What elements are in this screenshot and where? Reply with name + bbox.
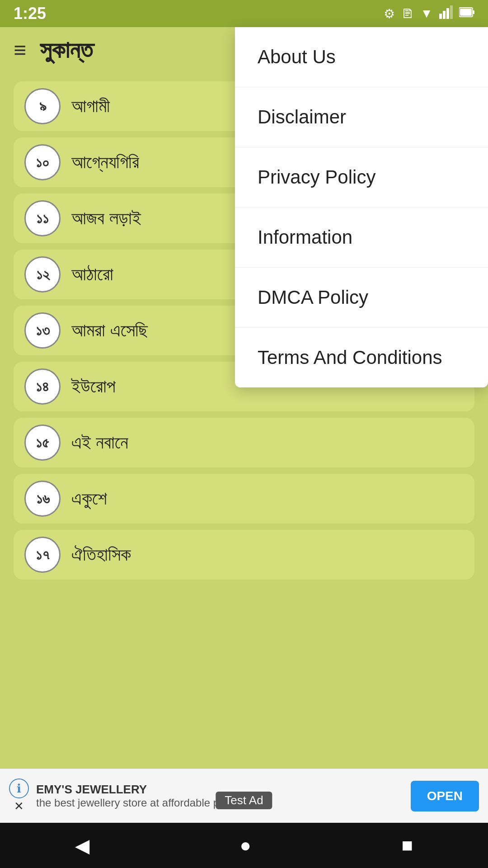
menu-item-disclaimer[interactable]: Disclaimer — [235, 87, 488, 147]
clipboard-icon: 🖹 — [401, 6, 414, 21]
wifi-icon: ▼ — [420, 6, 433, 21]
ad-banner: ℹ ✕ EMY'S JEWELLERY the best jewellery s… — [0, 769, 488, 823]
list-item[interactable]: ১৭ ঐতিহাসিক — [14, 530, 474, 580]
item-badge-14: ১৪ — [24, 368, 61, 405]
item-label-12: আঠারো — [71, 264, 113, 285]
item-label-9: আগামী — [71, 96, 110, 117]
status-bar: 1:25 ⚙ 🖹 ▼ — [0, 0, 488, 27]
svg-rect-2 — [446, 8, 449, 19]
ad-close-icon[interactable]: ✕ — [14, 799, 24, 813]
svg-rect-1 — [443, 11, 446, 19]
status-time: 1:25 — [14, 4, 46, 23]
item-badge-17: ১৭ — [24, 537, 61, 573]
home-button[interactable]: ● — [240, 835, 251, 856]
menu-item-information[interactable]: Information — [235, 208, 488, 268]
svg-rect-6 — [460, 9, 472, 16]
navigation-bar: ◀ ● ■ — [0, 823, 488, 868]
item-badge-9: ৯ — [24, 88, 61, 124]
svg-rect-0 — [439, 14, 442, 19]
recent-button[interactable]: ■ — [401, 835, 413, 856]
settings-icon: ⚙ — [384, 6, 395, 21]
list-item[interactable]: ১৬ একুশে — [14, 474, 474, 524]
item-badge-13: ১৩ — [24, 312, 61, 349]
item-label-17: ঐতিহাসিক — [71, 544, 131, 565]
svg-rect-3 — [450, 5, 453, 19]
battery-icon — [459, 6, 474, 21]
back-button[interactable]: ◀ — [75, 835, 89, 857]
menu-item-about-us[interactable]: About Us — [235, 27, 488, 87]
item-label-13: আমরা এসেছি — [71, 320, 148, 341]
status-icons: ⚙ 🖹 ▼ — [384, 5, 474, 22]
hamburger-menu-icon[interactable]: ≡ — [14, 38, 26, 62]
item-label-15: এই নবানে — [71, 432, 128, 453]
app-title: সুকান্ত — [40, 36, 93, 64]
item-badge-12: ১২ — [24, 256, 61, 292]
item-badge-10: ১০ — [24, 144, 61, 180]
item-label-10: আগ্নেযগিরি — [71, 152, 139, 173]
ad-info-icon: ℹ — [9, 778, 29, 798]
menu-item-terms-conditions[interactable]: Terms And Conditions — [235, 328, 488, 387]
menu-item-privacy-policy[interactable]: Privacy Policy — [235, 147, 488, 208]
ad-open-button[interactable]: OPEN — [411, 781, 479, 811]
menu-item-dmca-policy[interactable]: DMCA Policy — [235, 268, 488, 328]
item-label-11: আজব লড়াই — [71, 208, 141, 229]
svg-rect-5 — [473, 10, 474, 14]
item-label-14: ইউরোপ — [71, 376, 116, 397]
item-badge-16: ১৬ — [24, 481, 61, 517]
signal-icon — [439, 5, 453, 22]
list-item[interactable]: ১৫ এই নবানে — [14, 418, 474, 467]
item-badge-11: ১১ — [24, 200, 61, 236]
item-badge-15: ১৫ — [24, 425, 61, 461]
ad-test-badge: Test Ad — [216, 792, 272, 809]
dropdown-menu: About Us Disclaimer Privacy Policy Infor… — [235, 27, 488, 387]
item-label-16: একুশে — [71, 488, 107, 509]
